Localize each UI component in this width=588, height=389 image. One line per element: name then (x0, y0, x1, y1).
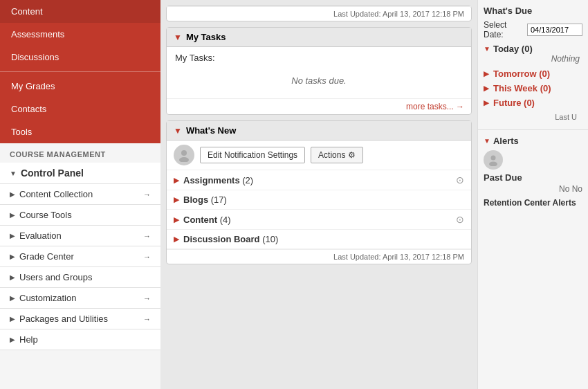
my-tasks-title: My Tasks (186, 32, 226, 42)
right-arrow-icon: ▶ (10, 294, 15, 302)
svg-point-3 (489, 162, 497, 167)
whats-new-toolbar: Edit Notification Settings Actions ⚙ (167, 141, 471, 170)
my-tasks-card: ▼ My Tasks My Tasks: No tasks due. more … (166, 27, 472, 115)
control-panel-item[interactable]: ▼ Control Panel (0, 163, 160, 184)
nav-arrow-icon: → (143, 190, 151, 199)
nav-arrow-icon: → (143, 232, 151, 240)
retention-center-label: Retention Center Alerts (484, 198, 582, 208)
right-arrow-icon: ▶ (10, 253, 15, 260)
today-section: ▼ Today (0) Nothing (484, 44, 582, 64)
sidebar-item-help[interactable]: ▶ Help (0, 329, 160, 350)
svg-point-2 (491, 156, 496, 161)
svg-point-0 (181, 150, 187, 156)
gear-icon: ⚙ (348, 150, 356, 160)
cp-label: Grade Center (19, 251, 74, 262)
course-management-label: COURSE MANAGEMENT (0, 143, 160, 163)
nav-arrow-icon: → (143, 253, 151, 261)
sidebar-item-discussions[interactable]: Discussions (0, 46, 160, 69)
this-week-item[interactable]: ▶ This Week (0) (484, 81, 582, 96)
tasks-label: My Tasks: (175, 53, 463, 63)
past-due-label: Past Due (484, 172, 582, 183)
control-panel-label: Control Panel (21, 168, 84, 179)
right-arrow-icon: ▶ (10, 273, 15, 281)
wn-item-content[interactable]: ▶ Content (4) ⊙ (167, 210, 471, 230)
right-arrow-icon: ▶ (10, 232, 15, 239)
this-week-arrow-icon: ▶ (484, 84, 489, 92)
tomorrow-arrow-icon: ▶ (484, 70, 489, 78)
alert-avatar (484, 150, 503, 170)
whats-new-card: ▼ What's New Edit Notification Settings … (166, 120, 472, 264)
my-tasks-collapse-icon: ▼ (174, 33, 182, 42)
wn-label: Blogs (17) (183, 194, 227, 205)
avatar (174, 145, 194, 165)
tomorrow-item[interactable]: ▶ Tomorrow (0) (484, 66, 582, 81)
right-panel: What's Due Select Date: ▼ Today (0) Noth… (477, 0, 588, 389)
whats-due-title: What's Due (484, 6, 582, 16)
sidebar-item-content-collection[interactable]: ▶ Content Collection → (0, 184, 160, 205)
today-label[interactable]: ▼ Today (0) (484, 44, 582, 54)
sidebar-item-users-groups[interactable]: ▶ Users and Groups (0, 267, 160, 288)
sidebar-item-packages[interactable]: ▶ Packages and Utilities → (0, 309, 160, 329)
nav-arrow-icon: → (143, 294, 151, 302)
actions-button[interactable]: Actions ⚙ (311, 147, 363, 163)
wn-item-assignments[interactable]: ▶ Assignments (2) ⊙ (167, 170, 471, 190)
wn-label: Assignments (2) (183, 175, 253, 186)
date-input[interactable] (527, 24, 582, 36)
top-card: Last Updated: April 13, 2017 12:18 PM (166, 6, 472, 21)
content-area: Last Updated: April 13, 2017 12:18 PM ▼ … (160, 0, 477, 389)
sidebar-item-course-tools[interactable]: ▶ Course Tools (0, 205, 160, 226)
sidebar-item-evaluation[interactable]: ▶ Evaluation → (0, 226, 160, 246)
my-tasks-header[interactable]: ▼ My Tasks (167, 28, 471, 47)
whats-due-section: What's Due Select Date: ▼ Today (0) Noth… (478, 0, 588, 130)
wn-item-blogs[interactable]: ▶ Blogs (17) (167, 190, 471, 210)
top-card-last-updated: Last Updated: April 13, 2017 12:18 PM (167, 6, 471, 21)
sidebar-item-tools[interactable]: Tools (0, 120, 160, 143)
whats-new-last-updated: Last Updated: April 13, 2017 12:18 PM (167, 249, 471, 264)
right-arrow-icon: ▶ (10, 336, 15, 343)
wn-arrow-icon: ▶ (174, 176, 179, 185)
svg-point-1 (179, 157, 189, 162)
cp-label: Course Tools (19, 210, 72, 220)
sidebar: Content Assessments Discussions My Grade… (0, 0, 160, 389)
no-tasks-text: No tasks due. (175, 69, 463, 93)
sidebar-item-customization[interactable]: ▶ Customization → (0, 288, 160, 309)
cp-label: Users and Groups (19, 272, 93, 282)
wn-arrow-icon: ▶ (174, 235, 179, 244)
select-date-row: Select Date: (484, 20, 582, 39)
whats-new-title: What's New (186, 125, 236, 136)
cp-label: Packages and Utilities (19, 314, 108, 324)
alerts-collapse-icon: ▼ (484, 137, 490, 145)
sidebar-top-nav: Content Assessments Discussions My Grade… (0, 0, 160, 143)
future-item[interactable]: ▶ Future (0) (484, 96, 582, 110)
nav-arrow-icon: → (143, 315, 151, 323)
wn-circle-icon: ⊙ (456, 174, 464, 186)
right-last-updated: Last U (484, 110, 582, 124)
wn-arrow-icon: ▶ (174, 215, 179, 224)
cp-label: Help (19, 334, 38, 345)
sidebar-item-assessments[interactable]: Assessments (0, 23, 160, 46)
alerts-section: ▼ Alerts Past Due No No Retention Center… (478, 130, 588, 213)
no-no-text: No No (484, 184, 582, 194)
wn-label: Content (4) (183, 215, 231, 225)
my-tasks-body: My Tasks: No tasks due. (167, 47, 471, 98)
future-arrow-icon: ▶ (484, 99, 489, 107)
whats-new-header[interactable]: ▼ What's New (167, 121, 471, 141)
edit-notification-button[interactable]: Edit Notification Settings (200, 147, 305, 163)
more-tasks-link[interactable]: more tasks... → (167, 98, 471, 114)
sidebar-item-contacts[interactable]: Contacts (0, 98, 160, 120)
collapse-icon: ▼ (10, 170, 17, 177)
cp-label: Evaluation (19, 230, 62, 241)
sidebar-item-grade-center[interactable]: ▶ Grade Center → (0, 246, 160, 267)
today-collapse-icon: ▼ (484, 45, 490, 53)
course-management-panel: COURSE MANAGEMENT ▼ Control Panel ▶ Cont… (0, 143, 160, 389)
wn-arrow-icon: ▶ (174, 195, 179, 204)
right-arrow-icon: ▶ (10, 211, 15, 219)
nothing-text: Nothing (484, 54, 582, 64)
right-arrow-icon: ▶ (10, 315, 15, 323)
select-date-label: Select Date: (484, 20, 524, 39)
wn-item-discussion-board[interactable]: ▶ Discussion Board (10) (167, 230, 471, 249)
cp-label: Customization (19, 293, 76, 303)
wn-label: Discussion Board (10) (183, 234, 278, 244)
sidebar-item-content[interactable]: Content (0, 0, 160, 23)
sidebar-item-my-grades[interactable]: My Grades (0, 75, 160, 98)
